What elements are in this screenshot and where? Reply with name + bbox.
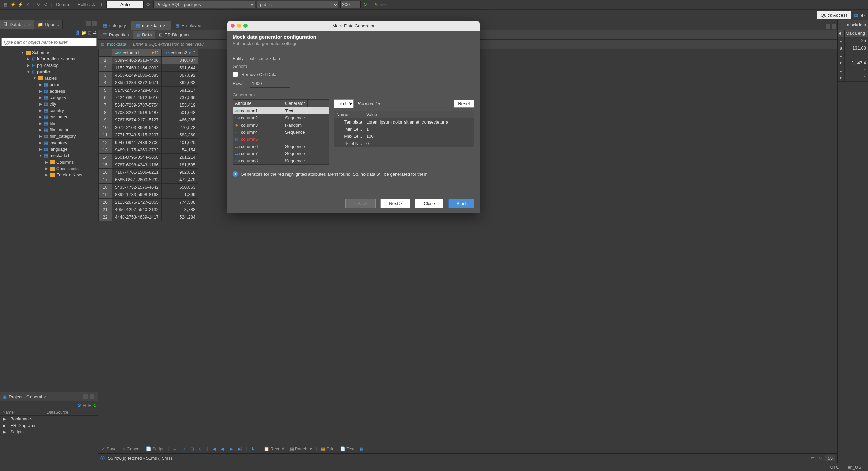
back-icon[interactable]: ⟸ [381,2,386,7]
cell[interactable]: 270,578 [161,124,198,131]
close-button[interactable]: Close [415,199,443,208]
table-row[interactable]: 129947-0941-7489-2706401,020 [99,139,198,146]
tree-public[interactable]: ▼⊞public [0,69,98,75]
gear-icon[interactable]: ⚙ [77,403,81,408]
pencil-icon[interactable]: ✎ [373,2,379,7]
cell[interactable]: 3,788 [161,206,198,213]
tab-database[interactable]: 🗄 Datab... × [0,20,34,29]
tree-foreign-keys[interactable]: ▶Foreign Keys [0,172,98,178]
editor-tab-category[interactable]: ▦category [98,21,131,30]
tree-table[interactable]: ▶▦film_category [0,133,98,139]
rollback-button[interactable]: Rollback [76,1,97,8]
tree-table[interactable]: ▶▦film_actor [0,127,98,133]
maximize-icon[interactable] [832,24,836,29]
table-row[interactable]: 167167-7761-1506-8211962,816 [99,169,198,176]
tx-mode-select[interactable] [106,1,144,8]
sql-icon[interactable]: ▦ [3,2,8,7]
cell[interactable]: 737,566 [161,94,198,101]
cell[interactable]: 7424-6851-4512-5010 [112,94,162,101]
project-row[interactable]: ▶ER Diagrams [0,422,98,429]
generator-row[interactable]: 123column7Sequence [233,150,329,157]
tree-table[interactable]: ▶▦film [0,120,98,127]
align-icon[interactable]: ≡ [172,446,178,451]
panels-button[interactable]: ▦Panels ▾ [289,446,313,452]
table-row[interactable]: 112771-7343-5115-3207583,368 [99,131,198,139]
generator-row[interactable]: 123column8Sequence [233,157,329,164]
generators-table[interactable]: Attribute Generator ABCcolumn1Text123col… [233,99,329,165]
cell[interactable]: 1708-8272-4518-5487 [112,109,162,116]
tree-tables[interactable]: ▼Tables [0,75,98,81]
cell[interactable]: 862,032 [161,79,198,87]
new-conn-icon[interactable]: 🗄 [75,30,80,35]
tree-info-schema[interactable]: ▶⊞information_schema [0,56,98,62]
add-row-icon[interactable]: ⊕ [180,446,186,451]
cell[interactable]: 501,048 [161,109,198,116]
last-icon[interactable]: ▶| [237,446,243,451]
start-button[interactable]: Start [448,199,474,208]
dup-row-icon[interactable]: ⊞ [189,446,195,451]
table-row[interactable]: 103072-2103-8668-5448270,578 [99,124,198,131]
filter-hint[interactable]: Enter a SQL expression to filter resu [133,42,204,47]
schema-select[interactable]: public [257,1,338,8]
col-column1[interactable]: ABC column1▼!? [112,49,162,57]
cell[interactable]: 3072-2103-8668-5448 [112,124,162,131]
collapse-icon[interactable]: ⊟ [88,30,92,35]
remove-old-checkbox[interactable] [233,72,238,77]
table-row[interactable]: 198392-1733-5998-81681,899 [99,191,198,199]
table-row[interactable]: 42855-1234-3272-5671862,032 [99,79,198,87]
cell[interactable]: 1,899 [161,191,198,199]
sub-tab-data[interactable]: ▦Data [133,31,155,39]
commit-button[interactable]: Commit [54,1,74,8]
cell[interactable]: 4448-2753-4639-1417 [112,213,162,221]
cell[interactable]: 5646-7239-6787-5754 [112,101,162,109]
generator-row[interactable]: 123column6Sequence [233,143,329,150]
property-row[interactable]: TemplateLorem ipsum dolor sit amet, cons… [334,118,474,126]
tab-project[interactable]: 📁 Прое... [34,20,63,29]
cell[interactable]: 181,585 [161,161,198,169]
table-row[interactable]: 202113-2675-1727-1855774,506 [99,199,198,206]
next-icon[interactable]: ▶ [228,446,234,451]
cell[interactable]: 340,737 [161,57,198,64]
grid-view-button[interactable]: ▦Grid [320,446,336,452]
sub-tab-properties[interactable]: ☰Properties [100,31,132,39]
table-row[interactable]: 139489-1175-4260-273254,154 [99,146,198,154]
cell[interactable]: 5178-2735-5728-6463 [112,87,162,94]
text-view-button[interactable]: 📄Text [339,446,356,452]
maximize-icon[interactable] [92,21,97,26]
back-button[interactable]: < Back [345,199,376,208]
cell[interactable]: 1152-7453-1154-2092 [112,64,162,72]
tree-table[interactable]: ▶▦customer [0,114,98,120]
table-row[interactable]: 224448-2753-4639-1417524,284 [99,213,198,221]
cell[interactable]: 54,154 [161,146,198,154]
chart-icon[interactable]: ▦ [358,446,364,451]
project-row[interactable]: ▶Bookmarks [0,416,98,422]
tree-filter-input[interactable] [1,38,97,46]
close-icon[interactable]: × [44,394,47,399]
generator-type-select[interactable]: Text [334,99,354,108]
table-row[interactable]: 75646-7239-6787-5754153,419 [99,101,198,109]
connection-select[interactable]: PostgreSQL - postgres [153,1,255,8]
perspective-icon[interactable]: ▦ [854,13,858,18]
cell[interactable]: 591,217 [161,87,198,94]
cell[interactable]: 4553-6249-1085-5385 [112,72,162,79]
tree-table[interactable]: ▶▦category [0,94,98,101]
table-row[interactable]: 159787-6098-4343-1166181,585 [99,161,198,169]
tree-table[interactable]: ▶▦country [0,107,98,114]
property-row[interactable]: Min Le...1 [334,126,474,133]
cell[interactable]: 774,506 [161,199,198,206]
cell[interactable]: 3899-4462-9313-7400 [112,57,162,64]
table-row[interactable]: 13899-4462-9313-7400340,737 [99,57,198,64]
tree-table[interactable]: ▶▦actor [0,81,98,88]
sub-tab-er[interactable]: ⊞ER Diagram [156,31,192,39]
new-folder-icon[interactable]: 📁 [81,30,86,35]
cell[interactable]: 524,284 [161,213,198,221]
table-row[interactable]: 214056-4297-5540-21323,788 [99,206,198,213]
refresh-icon[interactable]: ↻ [36,2,41,7]
prev-icon[interactable]: ◀ [219,446,225,451]
quick-access-button[interactable]: Quick Access [817,11,851,19]
cell[interactable]: 2771-7343-5115-3207 [112,131,162,139]
tree-table[interactable]: ▶▦city [0,101,98,107]
cell[interactable]: 9767-5674-2171-5127 [112,116,162,124]
cell[interactable]: 8392-1733-5998-8168 [112,191,162,199]
cell[interactable]: 2601-8796-0544-3658 [112,154,162,161]
